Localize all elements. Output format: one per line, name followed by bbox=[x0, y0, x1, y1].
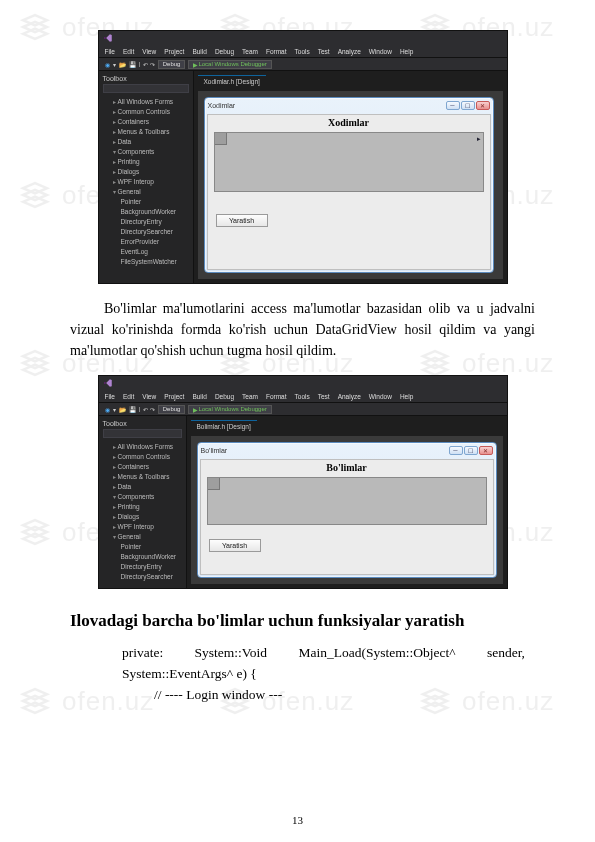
toolbox-item[interactable]: General bbox=[103, 532, 182, 542]
create-button[interactable]: Yaratish bbox=[209, 539, 261, 552]
toolbox-item[interactable]: Containers bbox=[103, 117, 189, 127]
toolbox-item[interactable]: All Windows Forms bbox=[103, 97, 189, 107]
ide-titlebar bbox=[99, 376, 507, 390]
toolbox-item[interactable]: DirectoryEntry bbox=[103, 217, 189, 227]
menu-item[interactable]: Edit bbox=[123, 393, 134, 400]
menu-item[interactable]: Build bbox=[192, 48, 206, 55]
menu-item[interactable]: Help bbox=[400, 48, 413, 55]
toolbox-item[interactable]: Components bbox=[103, 492, 182, 502]
maximize-icon[interactable]: ☐ bbox=[461, 101, 475, 110]
menu-item[interactable]: Window bbox=[369, 48, 392, 55]
menu-item[interactable]: Project bbox=[164, 48, 184, 55]
config-dropdown[interactable]: Debug bbox=[158, 60, 186, 69]
toolbox-item[interactable]: EventLog bbox=[103, 247, 189, 257]
menu-item[interactable]: Debug bbox=[215, 48, 234, 55]
toolbox-panel: Toolbox All Windows Forms Common Control… bbox=[99, 416, 187, 588]
run-button[interactable]: ▶ Local Windows Debugger bbox=[188, 405, 271, 414]
toolbox-item[interactable]: Pointer bbox=[103, 197, 189, 207]
toolbox-item[interactable]: All Windows Forms bbox=[103, 442, 182, 452]
toolbox-item[interactable]: DirectoryEntry bbox=[103, 562, 182, 572]
toolbox-search[interactable] bbox=[103, 84, 189, 93]
toolbox-item[interactable]: General bbox=[103, 187, 189, 197]
toolbox-item[interactable]: WPF Interop bbox=[103, 522, 182, 532]
toolbox-item[interactable]: Dialogs bbox=[103, 167, 189, 177]
menu-item[interactable]: Tools bbox=[295, 48, 310, 55]
form-title: Xodimlar bbox=[208, 102, 236, 109]
close-icon[interactable]: ✕ bbox=[476, 101, 490, 110]
editor-tab[interactable]: Bolimlar.h [Design] bbox=[191, 420, 257, 432]
toolbox-item[interactable]: ErrorProvider bbox=[103, 237, 189, 247]
toolbox-item[interactable]: Common Controls bbox=[103, 452, 182, 462]
designer-surface: Xodimlar ─ ☐ ✕ Xodimlar ▸ bbox=[198, 91, 503, 279]
toolbox-item[interactable]: FileSystemWatcher bbox=[103, 257, 189, 267]
form-title: Bo'limlar bbox=[201, 447, 228, 454]
menu-item[interactable]: Test bbox=[318, 48, 330, 55]
menu-item[interactable]: Help bbox=[400, 393, 413, 400]
config-dropdown[interactable]: Debug bbox=[158, 405, 186, 414]
toolbox-search[interactable] bbox=[103, 429, 182, 438]
designer-surface: Bo'limlar ─ ☐ ✕ Bo'limlar bbox=[191, 436, 503, 584]
code-block: private: System::Void Main_Load(System::… bbox=[122, 643, 525, 706]
ide-toolbar: ◉▾ 📂 💾 | ↶ ↷ Debug ▶ Local Windows Debug… bbox=[99, 57, 507, 71]
toolbox-item[interactable]: Data bbox=[103, 482, 182, 492]
toolbox-item[interactable]: WPF Interop bbox=[103, 177, 189, 187]
editor-area: Xodimlar.h [Design] Xodimlar ─ ☐ ✕ bbox=[194, 71, 507, 283]
toolbox-item[interactable]: DirectorySearcher bbox=[103, 572, 182, 582]
menu-item[interactable]: Window bbox=[369, 393, 392, 400]
menu-item[interactable]: Project bbox=[164, 393, 184, 400]
form-window: Xodimlar ─ ☐ ✕ Xodimlar ▸ bbox=[204, 97, 494, 273]
editor-area: Bolimlar.h [Design] Bo'limlar ─ ☐ ✕ bbox=[187, 416, 507, 588]
minimize-icon[interactable]: ─ bbox=[449, 446, 463, 455]
toolbox-item[interactable]: Menus & Toolbars bbox=[103, 127, 189, 137]
ide-screenshot-1: File Edit View Project Build Debug Team … bbox=[98, 30, 508, 284]
menu-item[interactable]: Edit bbox=[123, 48, 134, 55]
maximize-icon[interactable]: ☐ bbox=[464, 446, 478, 455]
menu-item[interactable]: View bbox=[142, 48, 156, 55]
menu-item[interactable]: Tools bbox=[295, 393, 310, 400]
close-icon[interactable]: ✕ bbox=[479, 446, 493, 455]
ide-titlebar bbox=[99, 31, 507, 45]
toolbox-item[interactable]: Printing bbox=[103, 157, 189, 167]
toolbox-item[interactable]: Pointer bbox=[103, 542, 182, 552]
ide-menubar: File Edit View Project Build Debug Team … bbox=[99, 45, 507, 57]
visual-studio-icon bbox=[103, 33, 113, 43]
minimize-icon[interactable]: ─ bbox=[446, 101, 460, 110]
toolbox-item[interactable]: Components bbox=[103, 147, 189, 157]
form-window: Bo'limlar ─ ☐ ✕ Bo'limlar bbox=[197, 442, 497, 578]
editor-tab[interactable]: Xodimlar.h [Design] bbox=[198, 75, 266, 87]
menu-item[interactable]: Format bbox=[266, 393, 287, 400]
datagridview[interactable] bbox=[207, 477, 487, 525]
toolbox-panel: Toolbox All Windows Forms Common Control… bbox=[99, 71, 194, 283]
datagridview[interactable]: ▸ bbox=[214, 132, 484, 192]
menu-item[interactable]: Build bbox=[192, 393, 206, 400]
run-button[interactable]: ▶ Local Windows Debugger bbox=[188, 60, 271, 69]
menu-item[interactable]: Format bbox=[266, 48, 287, 55]
form-heading: Bo'limlar bbox=[201, 460, 493, 475]
menu-item[interactable]: Team bbox=[242, 393, 258, 400]
body-paragraph: Bo'limlar ma'lumotlarini access ma'lumot… bbox=[70, 298, 535, 361]
menu-item[interactable]: Analyze bbox=[338, 48, 361, 55]
toolbox-item[interactable]: DirectorySearcher bbox=[103, 227, 189, 237]
toolbox-item[interactable]: Data bbox=[103, 137, 189, 147]
menu-item[interactable]: Team bbox=[242, 48, 258, 55]
menu-item[interactable]: File bbox=[105, 393, 115, 400]
section-heading: Ilovadagi barcha bo'limlar uchun funksiy… bbox=[70, 611, 535, 631]
create-button[interactable]: Yaratish bbox=[216, 214, 268, 227]
toolbox-item[interactable]: Dialogs bbox=[103, 512, 182, 522]
menu-item[interactable]: Debug bbox=[215, 393, 234, 400]
toolbox-item[interactable]: Containers bbox=[103, 462, 182, 472]
ide-screenshot-2: File Edit View Project Build Debug Team … bbox=[98, 375, 508, 589]
toolbox-item[interactable]: Common Controls bbox=[103, 107, 189, 117]
visual-studio-icon bbox=[103, 378, 113, 388]
ide-menubar: File Edit View Project Build Debug Team … bbox=[99, 390, 507, 402]
toolbox-item[interactable]: BackgroundWorker bbox=[103, 552, 182, 562]
toolbox-item[interactable]: Printing bbox=[103, 502, 182, 512]
menu-item[interactable]: File bbox=[105, 48, 115, 55]
page-number: 13 bbox=[0, 814, 595, 826]
menu-item[interactable]: View bbox=[142, 393, 156, 400]
toolbox-item[interactable]: BackgroundWorker bbox=[103, 207, 189, 217]
smart-tag-icon[interactable]: ▸ bbox=[477, 135, 481, 143]
menu-item[interactable]: Test bbox=[318, 393, 330, 400]
toolbox-item[interactable]: Menus & Toolbars bbox=[103, 472, 182, 482]
menu-item[interactable]: Analyze bbox=[338, 393, 361, 400]
